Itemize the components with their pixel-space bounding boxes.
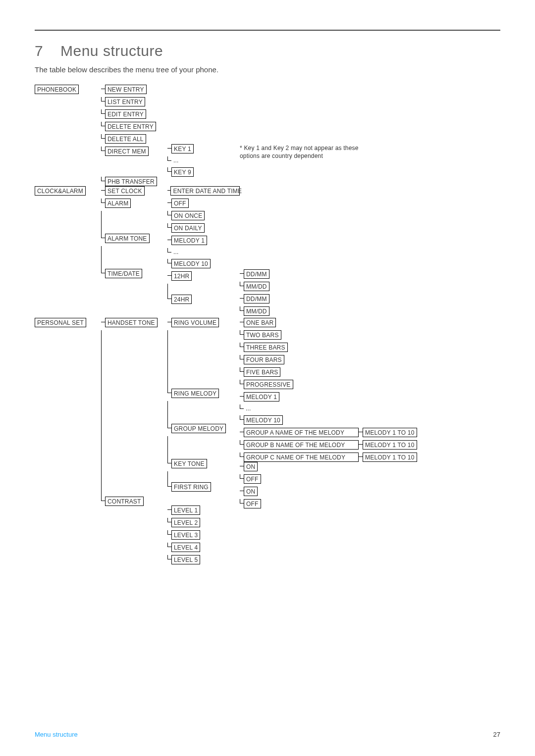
menu-rm-melody-1: MELODY 1 (244, 392, 279, 402)
menu-five-bars: FIVE BARS (244, 367, 280, 377)
menu-first-ring-off: OFF (244, 499, 261, 508)
page-footer: Menu structure 27 (35, 731, 500, 738)
menu-ring-melody: RING MELODY (171, 389, 219, 398)
menu-group-a-range: MELODY 1 TO 10 (363, 428, 417, 437)
page-title: 7Menu structure (35, 43, 500, 59)
menu-group-b: GROUP B NAME OF THE MELODY (244, 440, 359, 450)
menu-group-c: GROUP C NAME OF THE MELODY (244, 453, 359, 462)
menu-clock-alarm: CLOCK&ALARM (35, 186, 86, 196)
menu-level-2: LEVEL 2 (171, 518, 200, 527)
menu-personal-set: PERSONAL SET (35, 318, 86, 327)
menu-edit-entry: EDIT ENTRY (105, 109, 146, 119)
menu-level-4: LEVEL 4 (171, 543, 200, 552)
menu-alarm-tone: ALARM TONE (105, 234, 150, 243)
menu-key-tone: KEY TONE (171, 459, 207, 468)
menu-progressive: PROGRESSIVE (244, 380, 293, 389)
menu-group-melody: GROUP MELODY (171, 424, 226, 433)
menu-12hr: 12HR (171, 271, 192, 281)
menu-group-b-range: MELODY 1 TO 10 (363, 440, 417, 450)
menu-key-tone-on: ON (244, 462, 258, 471)
footer-page-number: 27 (493, 731, 500, 738)
menu-rm-melody-10: MELODY 10 (244, 415, 283, 425)
footnote-key-options: * Key 1 and Key 2 may not appear as thes… (240, 144, 365, 160)
menu-group-c-range: MELODY 1 TO 10 (363, 453, 417, 462)
menu-one-bar: ONE BAR (244, 318, 276, 327)
menu-contrast: CONTRAST (105, 497, 144, 506)
menu-three-bars: THREE BARS (244, 343, 288, 352)
menu-rm-dots: ... (244, 404, 253, 412)
menu-level-3: LEVEL 3 (171, 530, 200, 540)
menu-level-1: LEVEL 1 (171, 505, 200, 515)
menu-enter-date-time: ENTER DATE AND TIME (170, 186, 240, 196)
menu-first-ring: FIRST RING (171, 482, 211, 492)
menu-24hr-ddmm: DD/MM (244, 294, 269, 303)
menu-key-tone-off: OFF (244, 474, 261, 484)
menu-time-date: TIME/DATE (105, 269, 142, 278)
menu-group-a: GROUP A NAME OF THE MELODY (244, 428, 359, 437)
menu-24hr: 24HR (171, 295, 192, 304)
menu-tree: PHONEBOOK NEW ENTRY LIST ENTRY EDIT ENTR… (35, 85, 500, 564)
menu-phonebook: PHONEBOOK (35, 85, 79, 94)
menu-12hr-ddmm: DD/MM (244, 269, 269, 279)
menu-phb-transfer: PHB TRANSFER (105, 177, 157, 186)
intro-text: The table below describes the menu tree … (35, 65, 500, 74)
menu-24hr-mmdd: MM/DD (244, 306, 269, 316)
menu-key-9: KEY 9 (171, 167, 194, 177)
menu-direct-mem: DIRECT MEM (105, 147, 149, 156)
menu-alarm-on-once: ON ONCE (171, 211, 205, 220)
menu-delete-entry: DELETE ENTRY (105, 122, 156, 131)
menu-key-dots: ... (171, 156, 181, 164)
footer-section: Menu structure (35, 731, 78, 738)
section-number: 7 (35, 43, 60, 59)
menu-melody-1: MELODY 1 (171, 236, 207, 245)
menu-two-bars: TWO BARS (244, 330, 281, 340)
menu-12hr-mmdd: MM/DD (244, 282, 269, 291)
menu-alarm-off: OFF (171, 199, 189, 208)
top-rule (35, 30, 500, 31)
menu-ring-volume: RING VOLUME (171, 318, 219, 327)
section-title: Menu structure (60, 43, 163, 59)
menu-four-bars: FOUR BARS (244, 355, 284, 364)
menu-set-clock: SET CLOCK (105, 186, 145, 196)
menu-key-1: KEY 1 (171, 144, 194, 153)
menu-alarm: ALARM (105, 199, 131, 208)
menu-melody-dots: ... (171, 248, 181, 256)
menu-melody-10: MELODY 10 (171, 259, 211, 268)
menu-first-ring-on: ON (244, 487, 258, 496)
menu-list-entry: LIST ENTRY (105, 97, 145, 106)
menu-delete-all: DELETE ALL (105, 134, 146, 144)
menu-handset-tone: HANDSET TONE (105, 318, 158, 327)
menu-level-5: LEVEL 5 (171, 555, 200, 564)
menu-new-entry: NEW ENTRY (105, 85, 147, 94)
menu-alarm-on-daily: ON DAILY (171, 223, 205, 233)
